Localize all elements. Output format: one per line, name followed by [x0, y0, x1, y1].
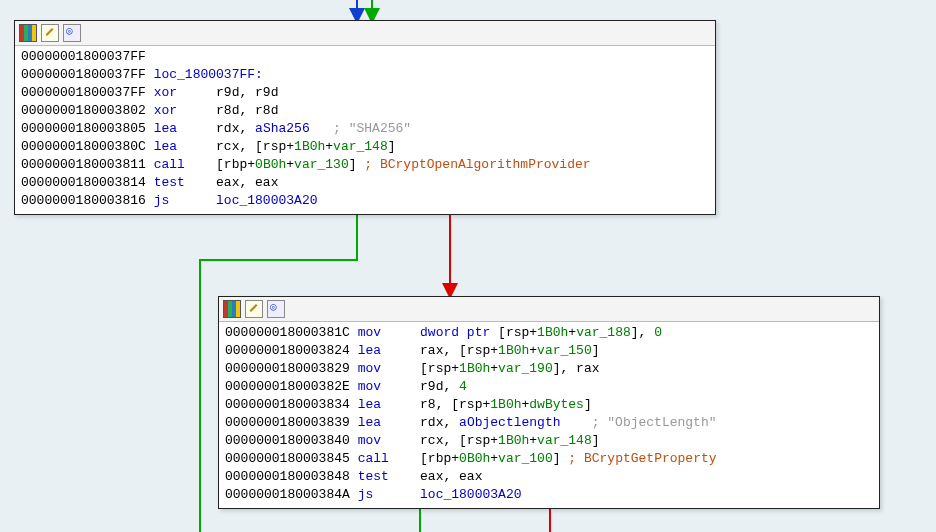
asm-line[interactable]: 00000001800037FF	[21, 48, 709, 66]
block-titlebar	[219, 297, 879, 322]
asm-line[interactable]: 0000000180003845 call [rbp+0B0h+var_100]…	[225, 450, 873, 468]
color-icon[interactable]	[19, 24, 37, 42]
disassembly-listing[interactable]: 00000001800037FF 00000001800037FF loc_18…	[15, 46, 715, 214]
edit-icon[interactable]	[41, 24, 59, 42]
color-icon[interactable]	[223, 300, 241, 318]
asm-line[interactable]: 000000018000381C mov dword ptr [rsp+1B0h…	[225, 324, 873, 342]
basic-block-1800037FF[interactable]: 00000001800037FF 00000001800037FF loc_18…	[14, 20, 716, 215]
asm-line[interactable]: 0000000180003834 lea r8, [rsp+1B0h+dwByt…	[225, 396, 873, 414]
block-titlebar	[15, 21, 715, 46]
asm-line[interactable]: 000000018000384A js loc_180003A20	[225, 486, 873, 504]
basic-block-18000381C[interactable]: 000000018000381C mov dword ptr [rsp+1B0h…	[218, 296, 880, 509]
asm-line[interactable]: 000000018000382E mov r9d, 4	[225, 378, 873, 396]
asm-line[interactable]: 00000001800037FF xor r9d, r9d	[21, 84, 709, 102]
asm-line[interactable]: 00000001800037FF loc_1800037FF:	[21, 66, 709, 84]
asm-line[interactable]: 0000000180003805 lea rdx, aSha256 ; "SHA…	[21, 120, 709, 138]
asm-line[interactable]: 0000000180003840 mov rcx, [rsp+1B0h+var_…	[225, 432, 873, 450]
disassembly-listing[interactable]: 000000018000381C mov dword ptr [rsp+1B0h…	[219, 322, 879, 508]
asm-line[interactable]: 0000000180003839 lea rdx, aObjectlength …	[225, 414, 873, 432]
asm-line[interactable]: 0000000180003816 js loc_180003A20	[21, 192, 709, 210]
graph-icon[interactable]	[267, 300, 285, 318]
asm-line[interactable]: 0000000180003802 xor r8d, r8d	[21, 102, 709, 120]
edit-icon[interactable]	[245, 300, 263, 318]
graph-icon[interactable]	[63, 24, 81, 42]
asm-line[interactable]: 0000000180003824 lea rax, [rsp+1B0h+var_…	[225, 342, 873, 360]
asm-line[interactable]: 0000000180003829 mov [rsp+1B0h+var_190],…	[225, 360, 873, 378]
asm-line[interactable]: 0000000180003814 test eax, eax	[21, 174, 709, 192]
asm-line[interactable]: 000000018000380C lea rcx, [rsp+1B0h+var_…	[21, 138, 709, 156]
asm-line[interactable]: 0000000180003811 call [rbp+0B0h+var_130]…	[21, 156, 709, 174]
asm-line[interactable]: 0000000180003848 test eax, eax	[225, 468, 873, 486]
